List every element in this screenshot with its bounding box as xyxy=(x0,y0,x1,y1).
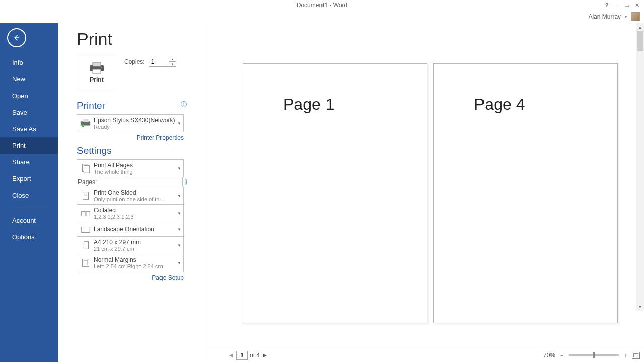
svg-rect-12 xyxy=(82,211,85,216)
close-icon[interactable]: ✕ xyxy=(632,1,642,9)
svg-rect-1 xyxy=(93,62,101,66)
printer-name: Epson Stylus SX430(Network) xyxy=(94,117,175,124)
printer-select[interactable]: Epson Stylus SX430(Network) Ready ▼ xyxy=(77,114,184,132)
print-preview: Page 1 Page 4 ▲ ▼ ◀ of 4 ▶ 70% xyxy=(209,23,644,362)
pages-label: Pages: xyxy=(77,178,97,186)
svg-rect-14 xyxy=(82,227,90,232)
user-name: Alan Murray xyxy=(588,13,621,20)
svg-rect-8 xyxy=(84,166,89,173)
printer-icon xyxy=(89,61,105,74)
svg-rect-9 xyxy=(83,192,89,200)
copies-up-icon[interactable]: ▲ xyxy=(169,57,176,62)
nav-export[interactable]: Export xyxy=(0,170,58,187)
printer-status: Ready xyxy=(94,124,175,130)
next-page-icon[interactable]: ▶ xyxy=(262,352,268,358)
back-button[interactable] xyxy=(7,28,26,47)
chevron-down-icon: ▼ xyxy=(175,261,183,265)
user-bar: Alan Murray ▼ xyxy=(0,11,644,23)
pages-icon xyxy=(77,163,94,174)
sides-select[interactable]: Print One Sided Only print on one side o… xyxy=(77,187,184,205)
nav-close[interactable]: Close xyxy=(0,187,58,204)
arrow-left-icon xyxy=(12,33,21,42)
preview-scrollbar[interactable]: ▲ ▼ xyxy=(636,23,644,311)
svg-point-3 xyxy=(101,67,102,68)
settings-heading: Settings xyxy=(77,145,209,156)
chevron-down-icon: ▼ xyxy=(175,243,183,248)
avatar xyxy=(631,12,640,21)
user-account[interactable]: Alan Murray ▼ xyxy=(588,12,640,21)
preview-page-1: Page 1 xyxy=(243,63,427,323)
svg-rect-13 xyxy=(86,211,90,216)
scroll-up-icon[interactable]: ▲ xyxy=(636,23,644,31)
copies-label: Copies: xyxy=(124,58,145,65)
caret-down-icon: ▼ xyxy=(624,15,628,19)
page-title: Print xyxy=(77,29,209,49)
chevron-down-icon: ▼ xyxy=(175,166,183,171)
restore-icon[interactable]: ▭ xyxy=(622,1,632,9)
zoom-in-button[interactable]: + xyxy=(622,352,629,359)
pages-input[interactable] xyxy=(97,177,183,187)
prev-page-icon[interactable]: ◀ xyxy=(228,352,234,358)
collation-select[interactable]: Collated 1,2,3 1,2,3 1,2,3 ▼ xyxy=(77,204,184,222)
scroll-down-icon[interactable]: ▼ xyxy=(636,303,644,311)
collated-icon xyxy=(77,208,94,219)
page-content: Page 1 xyxy=(283,95,427,114)
nav-open[interactable]: Open xyxy=(0,87,58,104)
copies-spinner[interactable]: ▲ ▼ xyxy=(149,57,176,67)
info-icon[interactable]: i xyxy=(185,179,187,185)
printer-heading: Printer i xyxy=(77,100,209,111)
svg-rect-2 xyxy=(93,69,101,73)
printer-properties-link[interactable]: Printer Properties xyxy=(77,134,184,141)
current-page-input[interactable] xyxy=(236,351,248,360)
chevron-down-icon: ▼ xyxy=(175,194,183,198)
chevron-down-icon: ▼ xyxy=(175,211,183,216)
printer-device-icon xyxy=(77,118,94,129)
zoom-slider-knob[interactable] xyxy=(593,352,595,358)
print-button[interactable]: Print xyxy=(77,54,116,91)
copies-down-icon[interactable]: ▼ xyxy=(169,62,176,66)
scroll-thumb[interactable] xyxy=(637,31,643,51)
help-icon[interactable]: ? xyxy=(602,1,612,9)
minimize-icon[interactable]: — xyxy=(612,1,622,9)
landscape-icon xyxy=(77,224,94,235)
paper-size-select[interactable]: A4 210 x 297 mm 21 cm x 29.7 cm ▼ xyxy=(77,236,184,254)
copies-input[interactable] xyxy=(149,58,169,65)
preview-page-2: Page 4 xyxy=(433,63,618,323)
print-button-label: Print xyxy=(90,76,103,83)
nav-account[interactable]: Account xyxy=(0,212,58,229)
nav-print[interactable]: Print xyxy=(0,137,58,154)
nav-share[interactable]: Share xyxy=(0,154,58,170)
zoom-to-page-button[interactable] xyxy=(632,352,640,359)
page-content: Page 4 xyxy=(474,95,617,114)
nav-save-as[interactable]: Save As xyxy=(0,121,58,137)
margins-select[interactable]: Normal Margins Left: 2.54 cm Right: 2.54… xyxy=(77,254,184,272)
print-range-select[interactable]: Print All Pages The whole thing ▼ xyxy=(77,159,184,177)
paper-size-icon xyxy=(77,240,94,251)
nav-save[interactable]: Save xyxy=(0,104,58,121)
nav-options[interactable]: Options xyxy=(0,229,58,245)
svg-rect-5 xyxy=(83,119,89,122)
page-setup-link[interactable]: Page Setup xyxy=(77,274,184,281)
nav-new[interactable]: New xyxy=(0,71,58,87)
page-count: of 4 xyxy=(250,352,260,359)
zoom-slider[interactable] xyxy=(569,354,619,356)
chevron-down-icon: ▼ xyxy=(175,121,183,126)
document-title: Document1 - Word xyxy=(297,2,347,9)
backstage-sidebar: Info New Open Save Save As Print Share E… xyxy=(0,23,58,362)
zoom-out-button[interactable]: − xyxy=(558,352,566,359)
sidebar-separator xyxy=(12,209,49,209)
margins-icon xyxy=(77,257,94,268)
info-icon[interactable]: i xyxy=(181,101,187,107)
title-bar: Document1 - Word ? — ▭ ✕ xyxy=(0,0,644,11)
svg-rect-15 xyxy=(84,242,88,249)
svg-rect-16 xyxy=(83,259,89,267)
chevron-down-icon: ▼ xyxy=(175,227,183,232)
nav-info[interactable]: Info xyxy=(0,54,58,71)
zoom-level: 70% xyxy=(543,352,555,359)
orientation-select[interactable]: Landscape Orientation ▼ xyxy=(77,222,184,237)
one-sided-icon xyxy=(77,190,94,201)
preview-statusbar: ◀ of 4 ▶ 70% − + xyxy=(209,348,644,362)
